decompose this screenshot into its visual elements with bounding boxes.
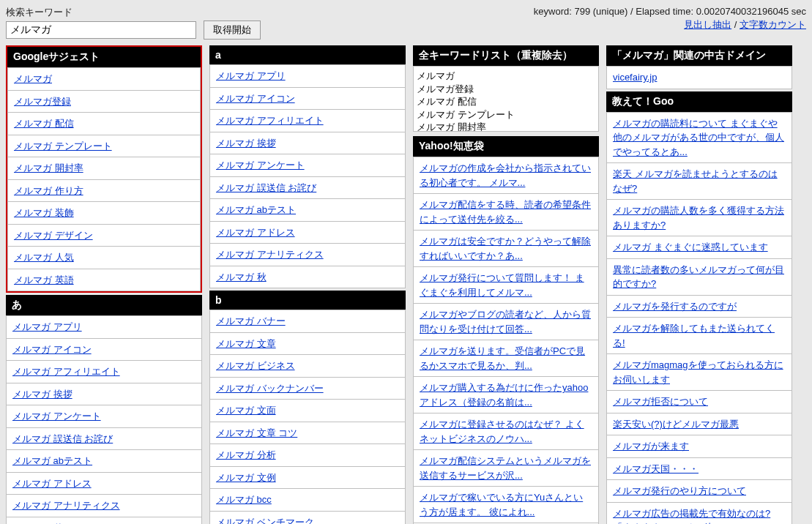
keyword-link[interactable]: メルマガ 文章 コツ — [216, 427, 297, 438]
keyword-link[interactable]: メルマガ 人気 — [14, 252, 74, 263]
keyword-link[interactable]: メルマガ アプリ — [12, 321, 82, 332]
keyword-link[interactable]: メルマガ広告の掲載先で有効なのは?「まぐまぐ」ORその他 — [613, 508, 770, 525]
keyword-link[interactable]: メルマガ bcc — [216, 494, 272, 505]
keyword-link[interactable]: メルマガ バナー — [216, 315, 286, 326]
keyword-link[interactable]: メルマガ アナリティクス — [12, 500, 120, 511]
keyword-link[interactable]: メルマガ ビジネス — [216, 360, 295, 371]
keyword-link[interactable]: メルマガ 文章 — [216, 338, 276, 349]
keyword-link[interactable]: メルマガ発行について質問します！ まぐまぐを利用してメルマ... — [420, 272, 584, 298]
keyword-link[interactable]: メルマガ テンプレート — [14, 141, 112, 151]
list-item: メルマガ発行について質問します！ まぐまぐを利用してメルマ... — [413, 267, 599, 304]
list-item: メルマガは安全ですか？どうやって解除すればいいですか？あ... — [413, 231, 599, 267]
keyword-link[interactable]: 異常に読者数の多いメルマガって何が目的ですか? — [613, 264, 784, 290]
keyword-link[interactable]: メルマガ発行のやり方について — [613, 485, 746, 496]
list-item: メルマガ天国・・・ — [606, 458, 792, 481]
panel-letter-b: b メルマガ バナーメルマガ 文章メルマガ ビジネスメルマガ バックナンバーメル… — [209, 291, 406, 524]
link-charcount[interactable]: 文字数カウント — [740, 19, 806, 30]
keyword-link[interactable]: メルマガの作成を会社から指示されている初心者です。 メルマ... — [420, 162, 591, 188]
list-item: メルマガ登録 — [7, 91, 201, 113]
list-item: メルマガ 文面 — [209, 400, 406, 422]
list-item: メルマガを発行するのですが — [606, 296, 792, 318]
keyword-link[interactable]: メルマガ アナリティクス — [216, 249, 324, 260]
keyword-link[interactable]: メルマガ まぐまぐに迷惑しています — [613, 242, 768, 252]
keyword-link[interactable]: メルマガ拒否について — [613, 396, 708, 407]
keyword-link[interactable]: 楽天 メルマガを読ませようとするのはなぜ? — [613, 168, 778, 194]
keyword-link[interactable]: メルマガを送ります。受信者がPCで見るかスマホで見るか、判... — [420, 345, 585, 371]
keyword-link[interactable]: メルマガ アイコン — [12, 344, 92, 355]
panel-head-domains: 「メルマガ」関連の中古ドメイン — [606, 45, 792, 66]
keyword-link[interactable]: メルマガ天国・・・ — [613, 463, 699, 474]
keyword-link[interactable]: メルマガ デザイン — [14, 230, 93, 241]
keyword-link[interactable]: メルマガ — [14, 73, 52, 84]
list-item: メルマガ発行のやり方について — [606, 480, 792, 503]
keyword-link[interactable]: メルマガ 英語 — [14, 274, 74, 285]
status-text: keyword: 799 (unique) / Elapsed time: 0.… — [534, 6, 806, 17]
list-item: メルマガ 誤送信 お詫び — [209, 177, 406, 200]
list-item: メルマガやブログの読者など、人から質問なりを受け付けて回答... — [413, 304, 599, 340]
list-item: 楽天安い(?)けどメルマガ最悪 — [606, 413, 792, 436]
keyword-link[interactable]: メルマガ アイコン — [216, 93, 295, 104]
all-keywords-textarea[interactable] — [413, 66, 599, 132]
keyword-link[interactable]: メルマガ 文面 — [216, 405, 276, 416]
panel-a-jp: あ メルマガ アプリメルマガ アイコンメルマガ アフィリエイトメルマガ 挨拶メル… — [6, 295, 202, 524]
list-item: メルマガ 英語 — [7, 269, 201, 292]
list-item: メルマガの購読人数を多く獲得する方法ありますか? — [606, 200, 792, 236]
list-item: メルマガ 誤送信 お詫び — [6, 428, 202, 451]
keyword-link[interactable]: メルマガ 秋 — [216, 272, 267, 282]
keyword-link[interactable]: メルマガ アンケート — [12, 411, 101, 422]
keyword-link[interactable]: メルマガを解除してもまた送られてくる! — [613, 323, 775, 348]
keyword-link[interactable]: メルマガを発行するのですが — [613, 301, 737, 312]
keyword-link[interactable]: メルマガは安全ですか？どうやって解除すればいいですか？あ... — [420, 236, 591, 261]
keyword-link[interactable]: メルマガ 作り方 — [14, 185, 83, 196]
keyword-link[interactable]: メルマガ 誤送信 お詫び — [216, 182, 316, 193]
list-item: メルマガ bcc — [209, 489, 406, 512]
list-item: メルマガ アプリ — [6, 315, 202, 339]
keyword-link[interactable]: メルマガ 挨拶 — [216, 138, 276, 149]
keyword-link[interactable]: メルマガ abテスト — [12, 455, 92, 466]
panel-all-keywords: 全キーワードリスト（重複除去） — [413, 45, 599, 134]
list-item: メルマガ バナー — [209, 310, 406, 333]
keyword-link[interactable]: メルマガ 配信 — [14, 118, 74, 129]
keyword-link[interactable]: メルマガmagmagを使っておられる方にお伺いします — [613, 359, 783, 385]
keyword-link[interactable]: vicefairy.jp — [613, 72, 657, 83]
keyword-link[interactable]: メルマガに登録させるのはなぜ？ よくネットビジネスのノウハ... — [420, 419, 584, 444]
panel-head-all-keywords: 全キーワードリスト（重複除去） — [413, 45, 599, 66]
keyword-link[interactable]: メルマガの購読人数を多く獲得する方法ありますか? — [613, 205, 784, 231]
keyword-link[interactable]: メルマガ 文例 — [216, 472, 276, 483]
keyword-link[interactable]: メルマガ 装飾 — [14, 207, 74, 218]
keyword-link[interactable]: メルマガ アプリ — [216, 70, 286, 81]
panel-head-goo: 教えて！Goo — [606, 91, 792, 112]
list-item: メルマガ — [7, 67, 201, 91]
keyword-link[interactable]: メルマガ登録 — [14, 96, 71, 107]
keyword-link[interactable]: メルマガ 誤送信 お詫び — [12, 433, 113, 444]
keyword-link[interactable]: メルマガ アドレス — [12, 478, 92, 489]
keyword-link[interactable]: メルマガ アンケート — [216, 160, 305, 171]
keyword-link[interactable]: メルマガ配信をする時、読者の希望条件によって送付先を絞る... — [420, 199, 591, 225]
keyword-link[interactable]: 楽天安い(?)けどメルマガ最悪 — [613, 419, 739, 430]
list-item: メルマガ 人気 — [7, 247, 201, 269]
panel-oshiete-goo: 教えて！Goo メルマガの購読料について まぐまぐや他のメルマガがある世の中です… — [606, 91, 792, 525]
keyword-link[interactable]: メルマガ abテスト — [216, 204, 296, 215]
keyword-link[interactable]: メルマガ 挨拶 — [12, 389, 72, 400]
start-button[interactable]: 取得開始 — [204, 20, 261, 40]
keyword-link[interactable]: メルマガ アフィリエイト — [12, 366, 120, 377]
keyword-link[interactable]: メルマガ アフィリエイト — [216, 115, 324, 126]
keyword-link[interactable]: メルマガの購読料について まぐまぐや他のメルマガがある世の中ですが、個人でやって… — [613, 118, 784, 157]
keyword-link[interactable]: メルマガで稼いでいる方にYuさんという方が居ます。 彼によれ... — [420, 492, 583, 517]
keyword-link[interactable]: メルマガやブログの読者など、人から質問なりを受け付けて回答... — [420, 309, 591, 334]
keyword-link[interactable]: メルマガ アドレス — [216, 227, 295, 238]
list-item: メルマガ ビジネス — [209, 355, 406, 378]
list-item: メルマガ アドレス — [6, 473, 202, 495]
keyword-link[interactable]: メルマガ配信システムというメルマガを送信するサービスが沢... — [420, 455, 591, 481]
keyword-link[interactable]: メルマガが来ます — [613, 441, 689, 452]
search-input[interactable] — [6, 21, 196, 39]
keyword-link[interactable]: メルマガ購入する為だけに作ったyahooアドレス（登録の名前は... — [420, 382, 588, 408]
panel-used-domains: 「メルマガ」関連の中古ドメイン vicefairy.jp — [606, 45, 792, 89]
keyword-link[interactable]: メルマガ ベンチマーク — [216, 517, 314, 525]
keyword-link[interactable]: メルマガ 分析 — [216, 449, 276, 460]
keyword-link[interactable]: メルマガ バックナンバー — [216, 383, 324, 394]
keyword-link[interactable]: メルマガ 開封率 — [14, 162, 83, 173]
list-item: メルマガ 分析 — [209, 444, 406, 467]
list-item: メルマガ アプリ — [209, 64, 406, 88]
link-headline-extract[interactable]: 見出し抽出 — [684, 19, 731, 30]
